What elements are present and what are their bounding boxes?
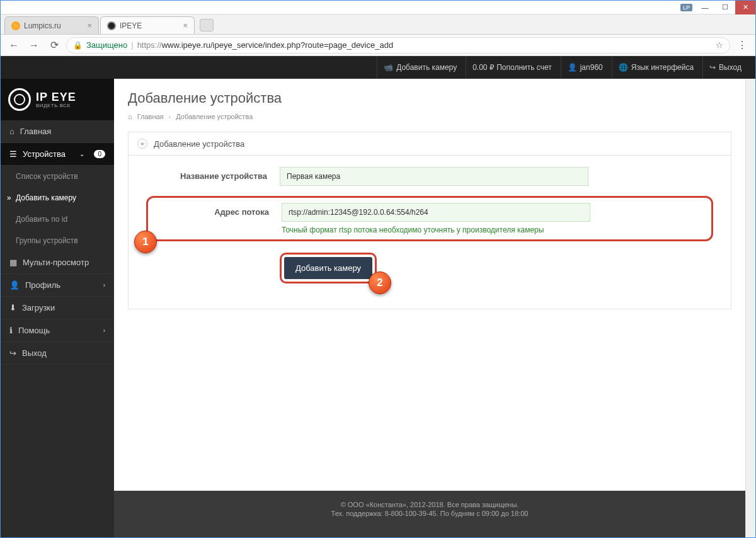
plus-icon[interactable]: +	[137, 139, 147, 149]
crumb-current: Добавление устройства	[176, 113, 253, 120]
label: Добавить камеру	[16, 193, 76, 202]
home-icon: ⌂	[128, 113, 132, 120]
sidebar-item-device-list[interactable]: Список устройств	[1, 166, 114, 187]
callout-badge-1: 1	[134, 231, 157, 253]
topnav-balance[interactable]: 0.00 ₽ Пополнить счет	[466, 56, 558, 79]
logo[interactable]: IP EYE ВИДЕТЬ ВСЕ	[1, 79, 114, 120]
label: Профиль	[25, 280, 60, 290]
sidebar-item-device-groups[interactable]: Группы устройств	[1, 230, 114, 251]
favicon-icon	[11, 21, 20, 30]
stream-highlight: Адрес потока Точный формат rtsp потока н…	[146, 196, 713, 241]
label: Помощь	[18, 326, 50, 335]
forward-button[interactable]: →	[26, 37, 42, 54]
chevron-right-icon: ›	[103, 282, 105, 289]
maximize-button[interactable]: ☐	[715, 1, 735, 14]
footer-support: Тех. поддержка: 8-800-100-39-45. По будн…	[114, 510, 745, 517]
logo-subtitle: ВИДЕТЬ ВСЕ	[36, 103, 76, 108]
sidebar-item-profile[interactable]: 👤 Профиль ›	[1, 274, 114, 297]
page-title: Добавление устройства	[128, 90, 731, 106]
breadcrumb: ⌂ Главная › Добавление устройства	[128, 113, 731, 120]
sidebar-item-downloads[interactable]: ⬇ Загрузки	[1, 297, 114, 319]
page-footer: © ООО «Константа», 2012-2018. Все права …	[114, 491, 745, 537]
download-icon: ⬇	[9, 303, 16, 312]
topnav-add-camera[interactable]: 📹 Добавить камеру	[377, 56, 463, 79]
sidebar-item-logout[interactable]: ↪ Выход	[1, 342, 114, 365]
logout-icon: ↪	[709, 63, 716, 72]
logo-eye-icon	[8, 88, 31, 111]
stream-help-text: Точный формат rtsp потока необходимо уто…	[282, 226, 704, 234]
app-body: 📹 Добавить камеру 0.00 ₽ Пополнить счет …	[1, 56, 755, 537]
label: Группы устройств	[16, 236, 78, 245]
label: Добавить по id	[16, 215, 67, 224]
sidebar-item-add-by-id[interactable]: Добавить по id	[1, 209, 114, 230]
sidebar-item-home[interactable]: ⌂ Главная	[1, 120, 114, 143]
back-button[interactable]: ←	[6, 37, 22, 54]
sidebar-item-add-camera[interactable]: Добавить камеру	[1, 187, 114, 209]
footer-copyright: © ООО «Константа», 2012-2018. Все права …	[114, 501, 745, 508]
sidebar-item-help[interactable]: ℹ Помощь ›	[1, 319, 114, 342]
address-bar-row: ← → ⟳ 🔒 Защищено | https:// www.ipeye.ru…	[1, 35, 755, 56]
tab-title: Lumpics.ru	[24, 21, 61, 30]
label: Выход	[22, 348, 47, 358]
top-nav: 📹 Добавить камеру 0.00 ₽ Пополнить счет …	[1, 56, 755, 79]
logo-text: IP EYE	[36, 91, 76, 103]
topnav-user[interactable]: 👤 jan960	[561, 56, 609, 79]
user-icon: 👤	[568, 63, 577, 72]
secure-label: Защищено	[86, 40, 127, 50]
add-camera-button[interactable]: Добавить камеру	[284, 257, 372, 279]
submit-highlight: Добавить камеру 2	[280, 253, 377, 283]
chevron-down-icon: ⌄	[79, 151, 84, 157]
browser-window: LP — ☐ ✕ Lumpics.ru × IPEYE × ← → ⟳ 🔒 За…	[0, 0, 756, 538]
home-icon: ⌂	[9, 127, 14, 136]
add-device-panel: + Добавление устройства Название устройс…	[128, 132, 731, 309]
label: Добавить камеру	[396, 63, 457, 72]
stream-address-label: Адрес потока	[156, 203, 282, 217]
sidebar-item-devices[interactable]: ☰ Устройства ⌄ 0	[1, 143, 114, 166]
panel-title: Добавление устройства	[154, 139, 244, 149]
device-name-input[interactable]	[280, 167, 588, 186]
minimize-button[interactable]: —	[695, 1, 715, 14]
label: Главная	[20, 127, 51, 136]
topnav-language[interactable]: 🌐 Язык интерфейса	[612, 56, 700, 79]
url-text: www.ipeye.ru/ipeye_service/index.php?rou…	[162, 40, 394, 50]
tab-ipeye[interactable]: IPEYE ×	[100, 16, 195, 34]
tab-title: IPEYE	[120, 21, 142, 30]
globe-icon: 🌐	[619, 63, 628, 72]
chevron-right-icon: ›	[169, 113, 171, 120]
stream-address-input[interactable]	[282, 203, 590, 222]
device-name-row: Название устройства	[154, 167, 706, 186]
label: 0.00 ₽ Пополнить счет	[472, 63, 552, 72]
window-title-bar: LP — ☐ ✕	[1, 1, 755, 14]
lock-icon: 🔒	[73, 41, 83, 50]
device-name-label: Название устройства	[154, 167, 280, 181]
browser-tabs: Lumpics.ru × IPEYE ×	[1, 14, 755, 35]
browser-menu-button[interactable]: ⋮	[734, 39, 750, 51]
lp-badge: LP	[680, 4, 692, 11]
vertical-scrollbar[interactable]	[745, 79, 755, 537]
sidebar-item-multiview[interactable]: ▦ Мульти-просмотр	[1, 251, 114, 274]
tab-close-icon[interactable]: ×	[82, 21, 92, 30]
info-icon: ℹ	[9, 326, 13, 335]
bookmark-star-icon[interactable]: ☆	[716, 40, 723, 50]
new-tab-button[interactable]	[200, 19, 214, 31]
label: Список устройств	[16, 172, 78, 181]
label: Устройства	[23, 149, 66, 159]
tab-close-icon[interactable]: ×	[178, 21, 188, 30]
chevron-right-icon: ›	[103, 327, 105, 334]
sidebar: IP EYE ВИДЕТЬ ВСЕ ⌂ Главная ☰ Устройства…	[1, 79, 114, 537]
callout-badge-2: 2	[369, 272, 391, 294]
reload-button[interactable]: ⟳	[46, 37, 62, 54]
list-icon: ☰	[9, 149, 17, 159]
camera-icon: 📹	[384, 63, 393, 72]
topnav-logout[interactable]: ↪ Выход	[702, 56, 748, 79]
address-bar[interactable]: 🔒 Защищено | https:// www.ipeye.ru/ipeye…	[66, 37, 730, 54]
url-proto: https://	[137, 40, 162, 50]
main-content: Добавление устройства ⌂ Главная › Добавл…	[114, 79, 745, 537]
crumb-home[interactable]: Главная	[137, 113, 164, 120]
favicon-icon	[107, 21, 116, 30]
window-close-button[interactable]: ✕	[735, 1, 755, 14]
label: Язык интерфейса	[631, 63, 694, 72]
label: jan960	[580, 63, 603, 72]
panel-header: + Добавление устройства	[129, 132, 731, 156]
tab-lumpics[interactable]: Lumpics.ru ×	[4, 16, 99, 34]
